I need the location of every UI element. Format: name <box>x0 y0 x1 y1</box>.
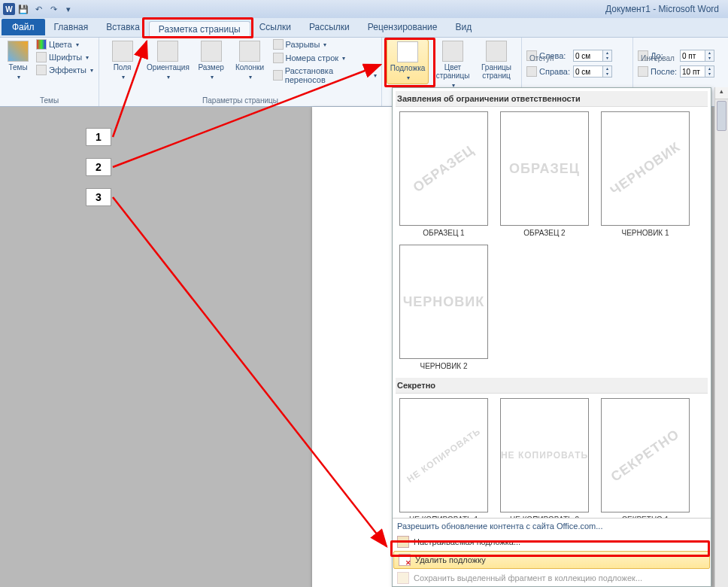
tab-file[interactable]: Файл <box>2 19 45 35</box>
indent-right-input[interactable]: ▴▾ <box>573 65 612 78</box>
scroll-up-icon[interactable]: ▴ <box>715 87 728 99</box>
window-title: Документ1 - Microsoft Word <box>605 4 725 14</box>
size-label: Размер <box>198 63 223 71</box>
group-indent-label: Отступ <box>526 54 628 64</box>
tab-view[interactable]: Вид <box>446 19 481 35</box>
hyphenation-label: Расстановка переносов <box>285 66 370 84</box>
line-numbers-button[interactable]: Номера строк▾ <box>273 53 378 63</box>
columns-label: Колонки <box>235 63 264 71</box>
watermark-option-label: ЧЕРНОВИК 2 <box>397 362 490 370</box>
annotation-2: 2 <box>86 158 111 176</box>
annotation-1: 1 <box>86 128 111 146</box>
theme-colors-button[interactable]: Цвета▾ <box>36 39 93 50</box>
gallery-grid-disclaimers: ОБРАЗЕЦОБРАЗЕЦ 1ОБРАЗЕЦОБРАЗЕЦ 2ЧЕРНОВИК… <box>396 110 708 378</box>
watermark-label: Подложка <box>390 64 426 72</box>
save-icon[interactable]: 💾 <box>17 2 30 16</box>
gallery-custom-watermark[interactable]: Настраиваемая подложка... <box>393 534 711 550</box>
tab-references[interactable]: Ссылки <box>250 19 300 35</box>
spacing-after-icon <box>638 66 648 77</box>
fonts-label: Шрифты <box>49 53 82 62</box>
watermark-icon <box>397 41 418 62</box>
scroll-thumb[interactable] <box>717 101 726 131</box>
page-color-icon <box>442 41 463 62</box>
custom-watermark-label: Настраиваемая подложка... <box>414 537 520 546</box>
save-selection-label: Сохранить выделенный фрагмент в коллекци… <box>414 573 642 582</box>
themes-icon <box>8 41 29 62</box>
watermark-option-label: ОБРАЗЕЦ 2 <box>498 229 591 237</box>
remove-watermark-label: Удалить подложку <box>415 555 486 564</box>
word-app-icon: W <box>3 3 15 15</box>
ribbon-tabs: Файл Главная Вставка Разметка страницы С… <box>0 18 728 38</box>
watermark-option[interactable]: СЕКРЕТНОСЕКРЕТНО 1 <box>599 398 692 518</box>
redo-icon[interactable]: ↷ <box>47 2 60 16</box>
watermark-option-label: ЧЕРНОВИК 1 <box>599 229 692 237</box>
gallery-grid-confidential: НЕ КОПИРОВАТЬНЕ КОПИРОВАТЬ 1НЕ КОПИРОВАТ… <box>396 397 708 518</box>
orientation-label: Ориентация <box>147 63 190 71</box>
gallery-scroll[interactable]: Заявления об ограничении ответственности… <box>393 88 711 518</box>
group-spacing-label: Интервал <box>638 54 720 64</box>
indent-right-icon <box>526 66 537 77</box>
watermark-option[interactable]: ОБРАЗЕЦОБРАЗЕЦ 1 <box>397 111 490 237</box>
tab-page-layout[interactable]: Разметка страницы <box>149 21 250 38</box>
themes-label: Темы <box>8 63 27 71</box>
tab-home[interactable]: Главная <box>45 19 98 35</box>
remove-watermark-icon: ✕ <box>399 554 411 566</box>
watermark-option[interactable]: НЕ КОПИРОВАТЬНЕ КОПИРОВАТЬ 2 <box>498 398 591 518</box>
page-borders-icon <box>486 41 507 62</box>
group-page-setup: Поля▾ Ориентация▾ Размер▾ Колонки▾ Разры… <box>99 38 382 106</box>
document-page[interactable] <box>312 107 395 587</box>
watermark-option-label: ОБРАЗЕЦ 1 <box>397 229 490 237</box>
margins-icon <box>112 41 133 62</box>
qat-more-icon[interactable]: ▾ <box>62 2 75 16</box>
margins-button[interactable]: Поля▾ <box>104 39 141 83</box>
page-borders-button[interactable]: Границы страниц <box>477 39 516 81</box>
theme-effects-button[interactable]: Эффекты▾ <box>36 65 93 75</box>
line-numbers-label: Номера строк <box>286 53 339 62</box>
size-button[interactable]: Размер▾ <box>196 39 227 83</box>
watermark-option[interactable]: ОБРАЗЕЦОБРАЗЕЦ 2 <box>498 111 591 237</box>
spacing-after-input[interactable]: ▴▾ <box>680 65 714 78</box>
group-themes: Темы ▾ Цвета▾ Шрифты▾ Эффекты▾ Темы <box>0 38 99 106</box>
group-themes-label: Темы <box>5 96 94 106</box>
watermark-button[interactable]: Подложка▾ <box>387 39 429 84</box>
gallery-remove-watermark[interactable]: ✕Удалить подложку <box>393 551 710 569</box>
tab-mailings[interactable]: Рассылки <box>300 19 359 35</box>
breaks-button[interactable]: Разрывы▾ <box>273 39 378 50</box>
gallery-header-confidential: Секретно <box>396 378 708 394</box>
margins-label: Поля <box>114 63 132 71</box>
tab-review[interactable]: Рецензирование <box>359 19 447 35</box>
effects-icon <box>36 65 47 75</box>
watermark-option[interactable]: ЧЕРНОВИКЧЕРНОВИК 1 <box>599 111 692 237</box>
hyphenation-icon <box>273 70 283 81</box>
save-selection-icon <box>397 572 409 584</box>
effects-label: Эффекты <box>49 65 86 75</box>
vertical-scrollbar[interactable]: ▴ <box>714 87 728 587</box>
breaks-label: Разрывы <box>286 40 320 49</box>
watermark-gallery: Заявления об ограничении ответственности… <box>392 87 711 587</box>
quick-access-toolbar: W 💾 ↶ ↷ ▾ <box>3 2 75 16</box>
title-bar: W 💾 ↶ ↷ ▾ Документ1 - Microsoft Word <box>0 0 728 18</box>
gallery-update-link[interactable]: Разрешить обновление контента с сайта Of… <box>393 519 711 534</box>
orientation-icon <box>157 41 178 62</box>
colors-icon <box>36 39 47 50</box>
tab-insert[interactable]: Вставка <box>97 19 149 35</box>
fonts-icon <box>36 52 47 62</box>
undo-icon[interactable]: ↶ <box>32 2 45 16</box>
theme-fonts-button[interactable]: Шрифты▾ <box>36 52 93 62</box>
indent-right-label: Справа: <box>539 67 571 76</box>
columns-button[interactable]: Колонки▾ <box>231 39 268 83</box>
colors-label: Цвета <box>49 40 72 49</box>
line-numbers-icon <box>273 53 284 63</box>
size-icon <box>201 41 222 62</box>
custom-watermark-icon <box>397 536 409 548</box>
hyphenation-button[interactable]: Расстановка переносов▾ <box>273 66 378 84</box>
watermark-option[interactable]: ЧЕРНОВИКЧЕРНОВИК 2 <box>397 245 490 370</box>
gallery-footer: Разрешить обновление контента с сайта Of… <box>393 518 711 586</box>
themes-button[interactable]: Темы ▾ <box>5 39 32 83</box>
breaks-icon <box>273 39 284 50</box>
gallery-save-selection: Сохранить выделенный фрагмент в коллекци… <box>393 570 711 586</box>
page-color-button[interactable]: Цвет страницы▾ <box>433 39 472 91</box>
group-pagesetup-label: Параметры страницы <box>104 96 377 106</box>
orientation-button[interactable]: Ориентация▾ <box>145 39 191 83</box>
watermark-option[interactable]: НЕ КОПИРОВАТЬНЕ КОПИРОВАТЬ 1 <box>397 398 490 518</box>
